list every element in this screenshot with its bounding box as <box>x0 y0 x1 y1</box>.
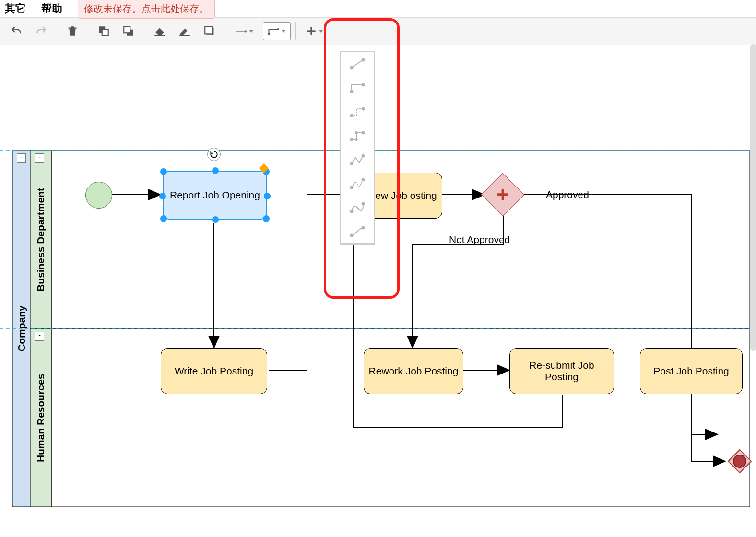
svg-point-28 <box>362 84 365 86</box>
line-color-button[interactable] <box>174 21 195 42</box>
waypoint-option-zigzag[interactable] <box>346 151 368 168</box>
fill-color-button[interactable] <box>149 21 170 42</box>
waypoint-option-orthogonal-alt[interactable] <box>346 103 368 120</box>
task-rework-job[interactable]: Rework Job Posting <box>364 348 463 394</box>
delete-button[interactable] <box>62 21 83 42</box>
waypoint-style-dropdown[interactable] <box>263 22 291 40</box>
toolbar-sep <box>144 22 144 40</box>
svg-point-26 <box>362 59 365 61</box>
chevron-down-icon <box>281 30 286 33</box>
redo-button[interactable] <box>31 21 52 42</box>
chevron-down-icon <box>319 30 323 33</box>
svg-point-38 <box>362 179 365 181</box>
task-post-job[interactable]: Post Job Posting <box>640 348 743 394</box>
toolbar-sep <box>295 22 296 40</box>
add-dropdown[interactable] <box>301 21 328 42</box>
svg-line-25 <box>352 60 363 68</box>
task-write-job[interactable]: Write Job Posting <box>161 348 267 394</box>
to-front-button[interactable] <box>93 21 114 42</box>
task-resubmit-job-label: Re-submit Job Posting <box>512 360 612 383</box>
task-resubmit-job[interactable]: Re-submit Job Posting <box>509 348 614 394</box>
waypoint-option-isometric[interactable] <box>346 127 368 144</box>
scrollbar-vertical[interactable] <box>750 44 756 351</box>
lane2-collapse[interactable]: - <box>35 332 44 341</box>
waypoint-option-smooth[interactable] <box>346 223 368 240</box>
waypoint-style-panel <box>340 51 375 245</box>
svg-rect-3 <box>124 26 130 33</box>
svg-point-36 <box>362 155 365 157</box>
svg-point-32 <box>355 139 357 140</box>
task-write-job-label: Write Job Posting <box>175 365 253 377</box>
undo-button[interactable] <box>6 21 27 42</box>
waypoint-option-straight[interactable] <box>346 55 368 72</box>
svg-rect-1 <box>102 30 108 36</box>
canvas[interactable]: Company Business Department Human Resour… <box>0 44 750 537</box>
unsaved-warning[interactable]: 修改未保存。点击此处保存。 <box>78 0 215 19</box>
task-review-job-label: view Job osting <box>368 190 437 201</box>
svg-point-40 <box>362 203 365 205</box>
gateway-approve[interactable]: + <box>487 179 518 210</box>
task-report-job[interactable]: Report Job Opening <box>163 171 267 220</box>
menu-other[interactable]: 其它 <box>5 1 26 16</box>
toolbar <box>0 17 756 45</box>
rotate-handle-icon[interactable] <box>207 148 221 161</box>
waypoint-option-curved[interactable] <box>346 199 368 216</box>
shadow-button[interactable] <box>199 21 220 42</box>
lane1-collapse-2[interactable]: - <box>35 153 44 163</box>
waypoint-option-dashed-zigzag[interactable] <box>346 175 368 192</box>
svg-point-30 <box>362 108 365 110</box>
svg-rect-5 <box>205 26 212 34</box>
end-event[interactable] <box>727 449 752 474</box>
svg-point-42 <box>362 227 365 229</box>
svg-point-34 <box>362 132 365 134</box>
menu-help[interactable]: 帮助 <box>41 1 62 16</box>
to-back-button[interactable] <box>118 21 139 42</box>
lane-hr-label: Human Resources <box>31 329 50 507</box>
task-rework-job-label: Rework Job Posting <box>369 365 459 377</box>
toolbar-sep <box>225 22 225 40</box>
lane-business-label: Business Department <box>31 151 50 329</box>
lane1-collapse[interactable]: - <box>17 153 26 163</box>
svg-point-8 <box>277 28 279 30</box>
pool-label: Company <box>13 151 30 507</box>
svg-point-33 <box>355 132 357 134</box>
toolbar-sep <box>88 22 88 40</box>
chevron-down-icon <box>249 30 254 33</box>
toolbar-sep <box>57 22 57 40</box>
start-event[interactable] <box>85 182 112 209</box>
svg-point-23 <box>733 455 746 467</box>
arrow-style-dropdown[interactable] <box>230 21 259 42</box>
edge-approved-label: Approved <box>546 189 589 200</box>
menubar: 其它 帮助 修改未保存。点击此处保存。 <box>0 0 756 17</box>
task-post-job-label: Post Job Posting <box>653 365 729 377</box>
task-report-job-label: Report Job Opening <box>170 189 260 201</box>
waypoint-option-orthogonal[interactable] <box>346 79 368 96</box>
edge-notapproved-label: Not Approved <box>449 234 510 245</box>
